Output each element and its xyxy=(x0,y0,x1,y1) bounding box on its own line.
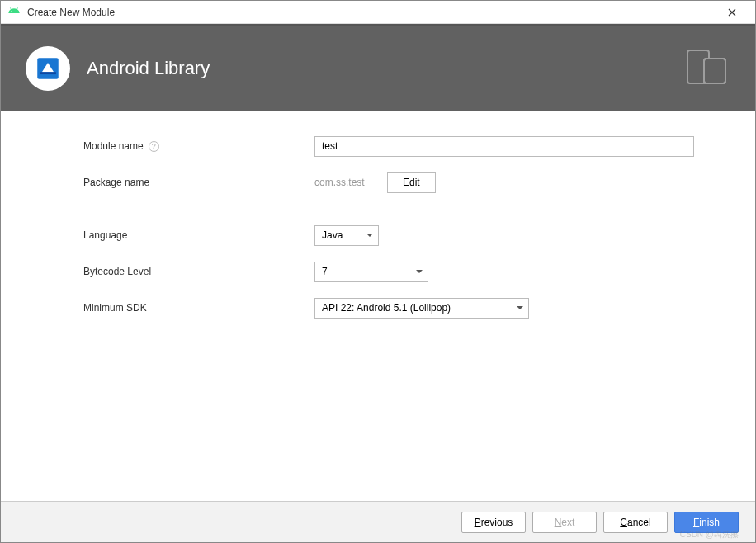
language-label: Language xyxy=(83,229,314,241)
min-sdk-value: API 22: Android 5.1 (Lollipop) xyxy=(322,302,451,314)
svg-rect-1 xyxy=(40,72,56,74)
header-banner: Android Library xyxy=(1,24,755,111)
chevron-down-icon xyxy=(416,270,423,273)
language-row: Language Java xyxy=(83,224,730,246)
next-button: Next xyxy=(532,512,597,533)
module-name-label: Module name ? xyxy=(83,140,314,152)
previous-button[interactable]: Previous xyxy=(461,512,526,533)
footer: Previous Next Cancel Finish CSDN @犇洗擦 xyxy=(1,501,755,542)
module-name-input[interactable] xyxy=(314,136,694,157)
bytecode-select[interactable]: 7 xyxy=(314,262,428,282)
language-value: Java xyxy=(322,229,343,241)
bytecode-label: Bytecode Level xyxy=(83,266,314,277)
edit-package-button[interactable]: Edit xyxy=(387,172,436,193)
cancel-button[interactable]: Cancel xyxy=(603,512,668,533)
min-sdk-label: Minimum SDK xyxy=(83,302,314,314)
package-name-label: Package name xyxy=(83,177,314,188)
window-title: Create New Module xyxy=(27,7,716,18)
min-sdk-row: Minimum SDK API 22: Android 5.1 (Lollipo… xyxy=(83,297,730,319)
bytecode-value: 7 xyxy=(322,266,328,277)
bytecode-row: Bytecode Level 7 xyxy=(83,261,730,282)
svg-rect-3 xyxy=(704,59,725,83)
form-area: Module name ? Package name com.ss.test E… xyxy=(1,111,755,501)
android-logo-icon xyxy=(7,6,21,19)
help-icon[interactable]: ? xyxy=(149,141,159,152)
min-sdk-select[interactable]: API 22: Android 5.1 (Lollipop) xyxy=(314,298,529,319)
module-type-icon xyxy=(26,46,70,91)
close-button[interactable] xyxy=(716,2,749,22)
devices-icon xyxy=(684,47,730,89)
chevron-down-icon xyxy=(517,306,523,309)
package-name-value: com.ss.test xyxy=(314,177,372,188)
dialog-window: Create New Module Android Library Module… xyxy=(0,0,756,543)
language-select[interactable]: Java xyxy=(314,225,379,246)
chevron-down-icon xyxy=(366,234,373,237)
module-name-label-text: Module name xyxy=(83,140,144,152)
module-name-row: Module name ? xyxy=(83,135,730,157)
titlebar: Create New Module xyxy=(1,1,755,24)
finish-button[interactable]: Finish xyxy=(674,512,739,533)
header-title: Android Library xyxy=(87,58,684,79)
package-name-row: Package name com.ss.test Edit xyxy=(83,172,730,193)
